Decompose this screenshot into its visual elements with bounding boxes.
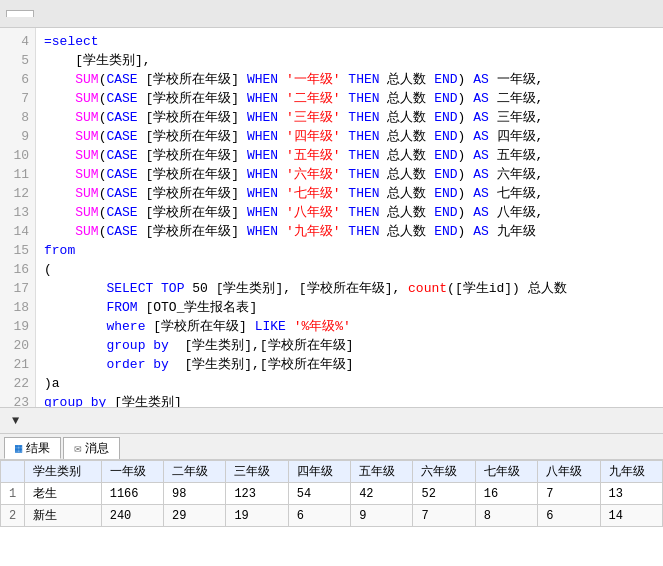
zoom-dropdown-icon[interactable]: ▼	[12, 414, 19, 428]
table-cell: 52	[413, 483, 475, 505]
table-cell: 240	[101, 505, 163, 527]
col-header-grade3: 三年级	[226, 461, 288, 483]
table-icon: ▦	[15, 441, 22, 456]
row-number: 2	[1, 505, 25, 527]
results-table: 学生类别 一年级 二年级 三年级 四年级 五年级 六年级 七年级 八年级 九年级…	[0, 460, 663, 527]
table-cell: 29	[164, 505, 226, 527]
col-header-grade1: 一年级	[101, 461, 163, 483]
code-editor: 4 5 6 7 8 9 10 11 12 13 14 15 16 17 18 1…	[0, 28, 663, 408]
table-cell: 8	[475, 505, 537, 527]
code-text[interactable]: =select [学生类别], SUM(CASE [学校所在年级] WHEN '…	[36, 28, 663, 407]
table-header-row: 学生类别 一年级 二年级 三年级 四年级 五年级 六年级 七年级 八年级 九年级	[1, 461, 663, 483]
tab-messages[interactable]: ✉ 消息	[63, 437, 120, 459]
tab-messages-label: 消息	[85, 440, 109, 457]
table-cell: 19	[226, 505, 288, 527]
table-cell: 16	[475, 483, 537, 505]
editor-tab[interactable]	[6, 10, 34, 17]
col-header-grade2: 二年级	[164, 461, 226, 483]
col-header-student-type: 学生类别	[25, 461, 101, 483]
table-cell: 54	[288, 483, 350, 505]
col-header-grade5: 五年级	[351, 461, 413, 483]
table-cell: 13	[600, 483, 662, 505]
title-bar	[0, 0, 663, 28]
col-header-grade4: 四年级	[288, 461, 350, 483]
table-cell: 新生	[25, 505, 101, 527]
row-num-header	[1, 461, 25, 483]
table-cell: 6	[288, 505, 350, 527]
col-header-grade6: 六年级	[413, 461, 475, 483]
row-number: 1	[1, 483, 25, 505]
results-table-area[interactable]: 学生类别 一年级 二年级 三年级 四年级 五年级 六年级 七年级 八年级 九年级…	[0, 460, 663, 566]
main-window: 4 5 6 7 8 9 10 11 12 13 14 15 16 17 18 1…	[0, 0, 663, 566]
col-header-grade9: 九年级	[600, 461, 662, 483]
zoom-control[interactable]: ▼	[8, 414, 19, 428]
tab-results-label: 结果	[26, 440, 50, 457]
message-icon: ✉	[74, 441, 81, 456]
table-row: 1老生11669812354425216713	[1, 483, 663, 505]
table-cell: 1166	[101, 483, 163, 505]
table-cell: 7	[413, 505, 475, 527]
table-cell: 9	[351, 505, 413, 527]
table-cell: 7	[538, 483, 600, 505]
table-cell: 老生	[25, 483, 101, 505]
table-cell: 98	[164, 483, 226, 505]
tab-results[interactable]: ▦ 结果	[4, 437, 61, 459]
table-cell: 14	[600, 505, 662, 527]
result-tabs: ▦ 结果 ✉ 消息	[0, 434, 663, 460]
line-numbers: 4 5 6 7 8 9 10 11 12 13 14 15 16 17 18 1…	[0, 28, 36, 407]
table-cell: 42	[351, 483, 413, 505]
table-row: 2新生24029196978614	[1, 505, 663, 527]
status-bar: ▼	[0, 408, 663, 434]
table-cell: 123	[226, 483, 288, 505]
col-header-grade7: 七年级	[475, 461, 537, 483]
col-header-grade8: 八年级	[538, 461, 600, 483]
table-cell: 6	[538, 505, 600, 527]
